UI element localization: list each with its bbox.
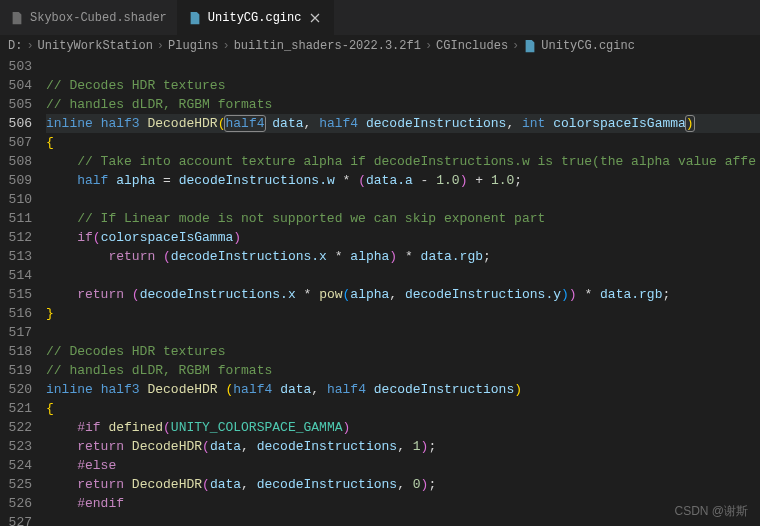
tab-bar: Skybox-Cubed.shader UnityCG.cginc <box>0 0 760 35</box>
chevron-right-icon: › <box>222 39 229 53</box>
breadcrumb-item[interactable]: builtin_shaders-2022.3.2f1 <box>234 39 421 53</box>
code-content[interactable]: // Decodes HDR textures // handles dLDR,… <box>46 57 760 526</box>
chevron-right-icon: › <box>157 39 164 53</box>
close-icon[interactable] <box>307 10 323 26</box>
file-icon <box>188 11 202 25</box>
chevron-right-icon: › <box>26 39 33 53</box>
tab-label: UnityCG.cginc <box>208 11 302 25</box>
watermark: CSDN @谢斯 <box>674 503 748 520</box>
tab-unitycg-cginc[interactable]: UnityCG.cginc <box>178 0 335 35</box>
tab-skybox-shader[interactable]: Skybox-Cubed.shader <box>0 0 178 35</box>
chevron-right-icon: › <box>425 39 432 53</box>
breadcrumb-item[interactable]: UnityWorkStation <box>38 39 153 53</box>
breadcrumb-item[interactable]: UnityCG.cginc <box>541 39 635 53</box>
tab-label: Skybox-Cubed.shader <box>30 11 167 25</box>
file-icon <box>523 39 537 53</box>
breadcrumb-item[interactable]: Plugins <box>168 39 218 53</box>
chevron-right-icon: › <box>512 39 519 53</box>
code-editor[interactable]: 5035045055065075085095105115125135145155… <box>0 57 760 526</box>
breadcrumb-item[interactable]: CGIncludes <box>436 39 508 53</box>
breadcrumb: D:› UnityWorkStation› Plugins› builtin_s… <box>0 35 760 57</box>
file-icon <box>10 11 24 25</box>
breadcrumb-item[interactable]: D: <box>8 39 22 53</box>
line-number-gutter: 5035045055065075085095105115125135145155… <box>0 57 46 526</box>
